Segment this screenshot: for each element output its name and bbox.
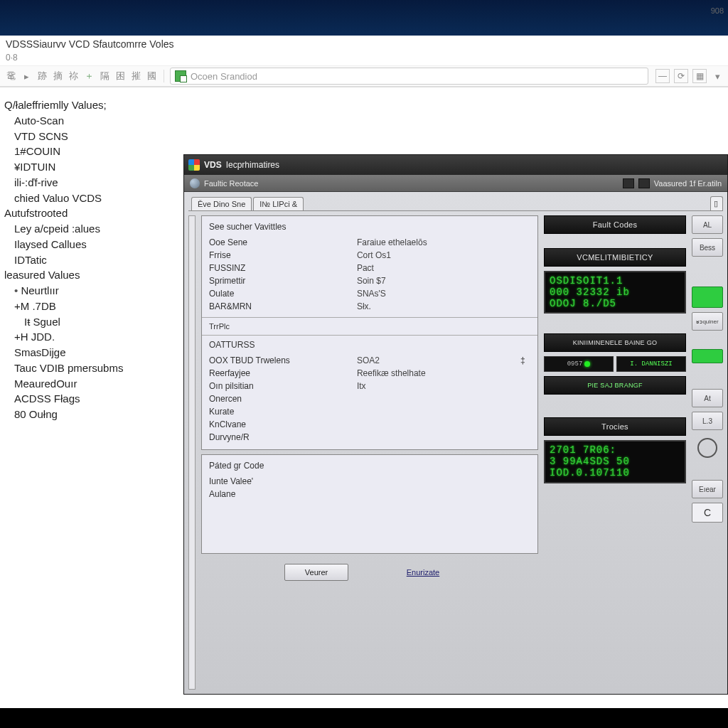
address-text: Ocoen Srandiod (191, 71, 257, 82)
sidebar-item-10[interactable]: IDTatic (4, 252, 179, 268)
sidebar-item-15[interactable]: +H JDD. (4, 329, 179, 345)
window-body: Ěve Dino Sne I№ LIPci & ▯ See sucher Vav… (184, 192, 727, 694)
row-key: BAR&MRN (209, 301, 357, 311)
nav-icon-5[interactable]: 困 (114, 70, 127, 82)
far-at-button[interactable]: At (692, 389, 723, 407)
far-ex-button[interactable]: Eıear (692, 480, 723, 498)
sidebar-item-17[interactable]: Tauc VDIB pmersubms (4, 360, 179, 376)
row-value (357, 407, 530, 417)
sidebar-tree: Q/łaleffriemlly Values;Auto-ScanVTD SCNS… (0, 87, 183, 710)
toolbar-separator (164, 70, 164, 82)
sidebar-item-20[interactable]: 80 Oułng (4, 407, 179, 422)
sidebar-item-4[interactable]: ¥IDTUIN (4, 159, 179, 175)
sidebar-item-5[interactable]: ili-:ďf-rive (4, 175, 179, 191)
fault-codes-button[interactable]: Fault Codes (544, 215, 686, 234)
row-key: Iunte Valee' (209, 476, 357, 486)
dropdown-icon[interactable]: ▾ (711, 70, 724, 82)
button-row: Veurer Enurizate (201, 558, 538, 582)
status-right: I. DANNISZI (616, 356, 686, 372)
nav-icon-7[interactable]: 國 (145, 70, 158, 82)
lcd1-line1: OSDISOIT1.1 (550, 275, 680, 287)
far-rq-button[interactable]: ʁɔquiner (692, 312, 723, 331)
sidebar-item-1[interactable]: Auto-Scan (4, 113, 179, 129)
left-gutter (188, 215, 196, 690)
p1rows-row-4: OulateSNAs'S (209, 287, 530, 300)
code-panel: Páted gr Code Iunte Valee'Aulane (201, 454, 538, 554)
subbar-btn-1[interactable] (623, 178, 634, 188)
desktop-dark-top (0, 0, 728, 36)
sidebar-item-3[interactable]: 1#COUIN (4, 144, 179, 159)
row-value (357, 394, 530, 404)
battery-button[interactable]: VCMELITMIBIETICY (544, 248, 686, 267)
tab-overflow[interactable]: ▯ (710, 196, 723, 210)
nav-icon-3[interactable]: 祢 (67, 70, 80, 82)
view-icon[interactable]: ▦ (692, 69, 707, 83)
sidebar-item-7[interactable]: Autufstrooted (4, 205, 179, 221)
row-key: Oulate (209, 289, 357, 299)
lcd-display-2: 2701 7R06: 3 99A4SDS 50 IOD.0.107110 (544, 440, 686, 483)
toolbar-right-1[interactable]: — (655, 69, 670, 83)
p1rows-row-2: FUSSINZPact (209, 262, 530, 274)
add-icon[interactable]: ＋ (82, 70, 95, 82)
engine-button[interactable]: KINIIMINENELE BAINE GO (544, 333, 686, 352)
explorer-sub-value: 0·8 (6, 53, 18, 63)
p1rows-row-5: BAR&MRNSłx. (209, 300, 530, 313)
far-green-button[interactable] (692, 287, 723, 308)
sidebar-item-0[interactable]: Q/łaleffriemlly Values; (4, 97, 179, 113)
nav-icon-4[interactable]: 隔 (98, 70, 111, 82)
row-key: Reerfayjee (209, 368, 357, 378)
refresh-icon[interactable]: ⟳ (674, 69, 688, 83)
far-al-button[interactable]: AL (692, 215, 723, 234)
window-titlebar[interactable]: VDS Iecprhimatires (184, 155, 727, 175)
row-value (357, 432, 530, 442)
lcd-display-1: OSDISOIT1.1 000 32332 ib ODOJ 8./D5 (544, 271, 686, 314)
explorer-toolbar: 鼋 ▸ 跡 摘 祢 ＋ 隔 困 摧 國 Ocoen Srandiod — ⟳ ▦… (0, 65, 728, 87)
sidebar-item-2[interactable]: VTD SCNS (4, 129, 179, 144)
sidebar-item-6[interactable]: chied Valuo VCDS (4, 191, 179, 206)
spark-button[interactable]: PIE SAJ BRANGF (544, 376, 686, 395)
sidebar-item-18[interactable]: MeauredOuır (4, 376, 179, 392)
sidebar-item-11[interactable]: leasured Values (4, 267, 179, 283)
far-bt-button[interactable]: Bess (692, 238, 723, 257)
nav-icon-1[interactable]: 跡 (36, 70, 48, 82)
far-c-button[interactable]: C (692, 503, 723, 523)
row-value: Itx (357, 381, 530, 391)
forward-icon[interactable]: ▸ (20, 70, 33, 82)
lcd1-line2: 000 32332 ib (550, 287, 680, 298)
verify-button[interactable]: Veurer (284, 564, 348, 581)
address-bar[interactable]: Ocoen Srandiod (170, 68, 648, 85)
sidebar-item-8[interactable]: Ley a/cpeid :alues (4, 221, 179, 237)
row-key: OOX TBUD Trwelens (209, 355, 357, 365)
sidebar-item-12[interactable]: Neurtlıır (4, 283, 179, 299)
p1rows2-row-3: Onercen (209, 392, 530, 405)
row-key: Onercen (209, 394, 357, 404)
lcd1-line3: ODOJ 8./D5 (550, 298, 680, 309)
sidebar-item-19[interactable]: ACDSS Fłags (4, 391, 179, 407)
tab-2[interactable]: I№ LIPci & (253, 197, 304, 210)
nav-icon-2[interactable]: 摘 (51, 70, 64, 82)
subbar-right-text: Vaasured 1f Er.atiln (654, 179, 722, 188)
row-value (357, 476, 530, 486)
sidebar-item-16[interactable]: SmasDijge (4, 345, 179, 360)
row-value (357, 419, 530, 429)
execute-button[interactable]: Enurizate (391, 564, 455, 581)
far-dial[interactable] (692, 434, 723, 461)
status-left-text: 0957 (567, 360, 583, 368)
window-title-rest: Iecprhimatires (226, 160, 279, 170)
variables-panel: See sucher Vavittles Ooe SeneFaraiue eth… (201, 215, 538, 450)
back-icon[interactable]: 鼋 (4, 70, 17, 82)
nav-icon-6[interactable]: 摧 (129, 70, 142, 82)
far-la-button[interactable]: L.3 (692, 412, 723, 430)
row-key: Oın pilsitian (209, 381, 357, 391)
far-green-slim[interactable] (692, 349, 723, 363)
vds-window: VDS Iecprhimatires Faultic Reotace Vaasu… (183, 154, 728, 695)
sidebar-item-14[interactable]: Iŧ Sguel (4, 314, 179, 330)
subbar-btn-2[interactable] (638, 178, 650, 188)
explorer-title: VDSSSiaurvv VCD Sfautcomrre Voles (0, 36, 728, 51)
troues-button[interactable]: Trocies (544, 417, 686, 436)
tab-1[interactable]: Ěve Dino Sne (191, 197, 252, 210)
sidebar-item-9[interactable]: Ilaysed Callues (4, 237, 179, 252)
sidebar-item-13[interactable]: +M .7DB (4, 299, 179, 314)
p1rows2-row-1: ReerfayjeeReefikæ sthelhate (209, 367, 530, 380)
p1rows2-row-0: OOX TBUD TrwelensSOA2‡ (209, 354, 530, 367)
